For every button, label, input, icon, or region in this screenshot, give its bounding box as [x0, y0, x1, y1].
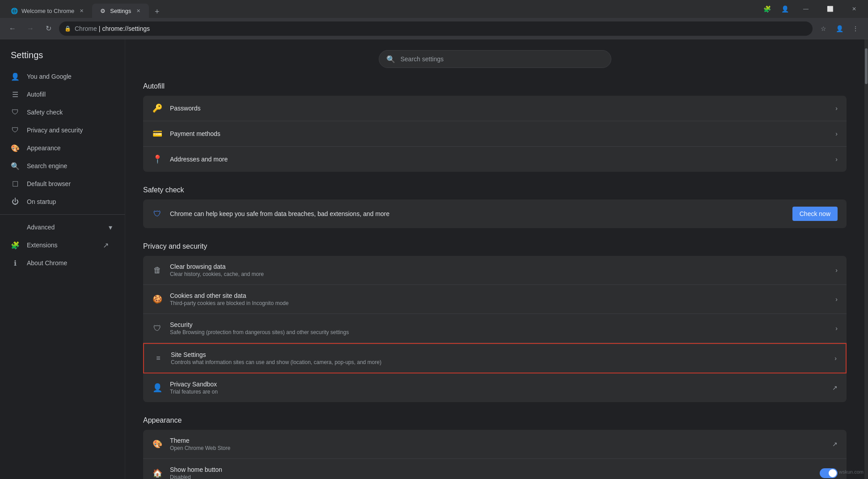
home-button-title: Show home button — [170, 466, 813, 473]
addresses-icon: 📍 — [152, 154, 163, 165]
sidebar-item-default-browser[interactable]: ☐ Default browser — [0, 175, 119, 193]
clear-browsing-content: Clear browsing data Clear history, cooki… — [170, 263, 828, 277]
home-button-sub: Disabled — [170, 474, 813, 479]
address-text: Chrome | chrome://settings — [75, 25, 150, 32]
addresses-row[interactable]: 📍 Addresses and more › — [143, 147, 847, 172]
appearance-card: 🎨 Theme Open Chrome Web Store ↗ 🏠 Show h… — [143, 430, 847, 479]
privacy-sandbox-content: Privacy Sandbox Trial features are on — [170, 381, 825, 395]
addresses-arrow-icon: › — [835, 156, 838, 163]
forward-button[interactable]: → — [23, 21, 38, 36]
new-tab-button[interactable]: + — [151, 5, 163, 18]
search-input[interactable] — [401, 55, 604, 63]
theme-external-icon: ↗ — [832, 441, 838, 448]
security-arrow-icon: › — [835, 325, 838, 332]
theme-row[interactable]: 🎨 Theme Open Chrome Web Store ↗ — [143, 430, 847, 459]
site-settings-row[interactable]: ≡ Site Settings Controls what informatio… — [143, 343, 847, 373]
profile-button[interactable]: 👤 — [832, 21, 847, 36]
sidebar-item-you-and-google[interactable]: 👤 You and Google — [0, 68, 119, 85]
nav-bar: ← → ↻ 🔒 Chrome | chrome://settings ☆ 👤 ⋮ — [0, 18, 868, 39]
tab-welcome[interactable]: 🌐 Welcome to Chrome ✕ — [4, 4, 92, 18]
appearance-icon: 🎨 — [11, 144, 20, 153]
sidebar-item-autofill[interactable]: ☰ Autofill — [0, 85, 119, 103]
theme-sub: Open Chrome Web Store — [170, 445, 825, 451]
sidebar-item-about-chrome[interactable]: ℹ About Chrome — [0, 254, 119, 272]
safety-check-section: Safety check 🛡 Chrome can help keep you … — [143, 186, 847, 228]
privacy-security-icon: 🛡 — [11, 126, 20, 135]
site-settings-icon: ≡ — [153, 353, 164, 364]
close-button[interactable]: ✕ — [844, 2, 864, 16]
sidebar: Settings 👤 You and Google ☰ Autofill 🛡 S… — [0, 39, 125, 479]
clear-browsing-sub: Clear history, cookies, cache, and more — [170, 271, 828, 277]
privacy-section: Privacy and security 🗑 Clear browsing da… — [143, 242, 847, 402]
search-container: 🔍 — [143, 50, 847, 68]
addresses-title: Addresses and more — [170, 156, 828, 163]
addresses-content: Addresses and more — [170, 156, 828, 163]
privacy-sandbox-row[interactable]: 👤 Privacy Sandbox Trial features are on … — [143, 373, 847, 402]
extensions-puzzle-button[interactable]: 🧩 — [760, 2, 774, 16]
search-engine-icon: 🔍 — [11, 161, 20, 170]
advanced-icon — [11, 223, 20, 232]
sidebar-item-search-engine[interactable]: 🔍 Search engine — [0, 157, 119, 175]
content-area: 🔍 Autofill 🔑 Passwords › 💳 — [125, 39, 864, 479]
you-and-google-label: You and Google — [27, 73, 72, 80]
scrollbar[interactable] — [864, 39, 868, 479]
default-browser-icon: ☐ — [11, 179, 20, 188]
appearance-section-title: Appearance — [143, 416, 847, 424]
settings-title: Settings — [0, 47, 125, 68]
reload-button[interactable]: ↻ — [41, 21, 55, 36]
tab-settings[interactable]: ⚙ Settings ✕ — [92, 4, 149, 18]
welcome-tab-close[interactable]: ✕ — [78, 7, 85, 14]
address-path: chrome://settings — [102, 25, 150, 32]
advanced-left: Advanced — [11, 223, 55, 232]
sidebar-item-extensions[interactable]: 🧩 Extensions ↗ — [0, 236, 119, 254]
home-button-toggle[interactable] — [820, 468, 838, 478]
maximize-button[interactable]: ⬜ — [820, 2, 840, 16]
about-chrome-label: About Chrome — [27, 259, 67, 267]
title-bar: 🌐 Welcome to Chrome ✕ ⚙ Settings ✕ + 🧩 👤… — [0, 0, 868, 18]
sidebar-item-on-startup[interactable]: ⏻ On startup — [0, 193, 119, 211]
security-row[interactable]: 🛡 Security Safe Browsing (protection fro… — [143, 314, 847, 343]
safety-check-section-title: Safety check — [143, 186, 847, 194]
settings-tab-icon: ⚙ — [99, 7, 106, 14]
home-button-content: Show home button Disabled — [170, 466, 813, 479]
watermark: wskun.com — [839, 469, 864, 475]
profile-menu-button[interactable]: 👤 — [778, 2, 792, 16]
sidebar-item-advanced[interactable]: Advanced ▾ — [0, 218, 119, 236]
clear-browsing-title: Clear browsing data — [170, 263, 828, 270]
autofill-section: Autofill 🔑 Passwords › 💳 Payment methods — [143, 82, 847, 172]
cookies-content: Cookies and other site data Third-party … — [170, 292, 828, 306]
settings-tab-close[interactable]: ✕ — [135, 7, 142, 14]
address-separator: | — [99, 25, 101, 32]
cookies-icon: 🍪 — [152, 294, 163, 305]
menu-button[interactable]: ⋮ — [848, 21, 863, 36]
passwords-content: Passwords — [170, 105, 828, 112]
clear-browsing-row[interactable]: 🗑 Clear browsing data Clear history, coo… — [143, 256, 847, 285]
search-bar[interactable]: 🔍 — [379, 50, 611, 68]
sidebar-item-safety-check[interactable]: 🛡 Safety check — [0, 103, 119, 121]
safety-check-description: Chrome can help keep you safe from data … — [170, 210, 785, 217]
passwords-row[interactable]: 🔑 Passwords › — [143, 96, 847, 121]
address-origin: Chrome — [75, 25, 97, 32]
address-bar[interactable]: 🔒 Chrome | chrome://settings — [59, 21, 813, 36]
cookies-sub: Third-party cookies are blocked in Incog… — [170, 300, 828, 306]
sidebar-item-privacy-security[interactable]: 🛡 Privacy and security — [0, 121, 119, 139]
payment-methods-row[interactable]: 💳 Payment methods › — [143, 121, 847, 147]
passwords-icon: 🔑 — [152, 103, 163, 114]
search-engine-label: Search engine — [27, 162, 67, 170]
home-button-icon: 🏠 — [152, 468, 163, 479]
payment-arrow-icon: › — [835, 130, 838, 137]
cookies-title: Cookies and other site data — [170, 292, 828, 299]
default-browser-label: Default browser — [27, 180, 71, 187]
cookies-arrow-icon: › — [835, 296, 838, 303]
advanced-chevron-icon: ▾ — [109, 223, 112, 232]
minimize-button[interactable]: — — [796, 2, 816, 16]
sidebar-item-appearance[interactable]: 🎨 Appearance — [0, 139, 119, 157]
nav-actions: ☆ 👤 ⋮ — [816, 21, 863, 36]
check-now-button[interactable]: Check now — [792, 207, 838, 221]
cookies-row[interactable]: 🍪 Cookies and other site data Third-part… — [143, 285, 847, 314]
back-button[interactable]: ← — [5, 21, 20, 36]
on-startup-label: On startup — [27, 198, 56, 205]
clear-browsing-icon: 🗑 — [152, 265, 163, 276]
bookmark-button[interactable]: ☆ — [816, 21, 830, 36]
home-button-row[interactable]: 🏠 Show home button Disabled — [143, 459, 847, 479]
